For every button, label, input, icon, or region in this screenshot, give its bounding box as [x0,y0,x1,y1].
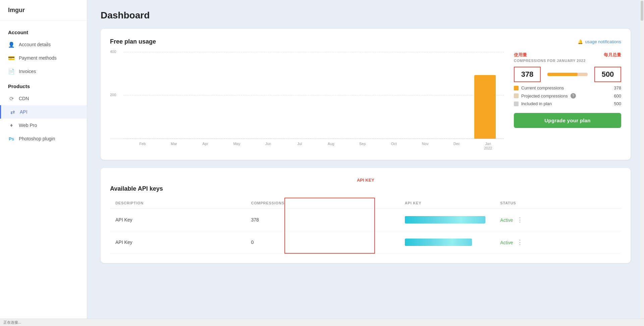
row1-status-cell: Active ⋮ [495,209,621,231]
scrollbar-thumb [641,1,643,21]
row2-compressions: 0 [246,231,399,254]
notifications-label: usage notifications [585,39,621,44]
webpro-icon: ♦ [8,122,15,129]
legend-current: Current compressions 378 [514,85,621,90]
label-jun: Jun [253,142,284,150]
col-status: STATUS [495,198,621,209]
status-bar: 正在连接... [0,319,644,326]
legend-dot-orange [514,86,519,90]
legend-projected-value: 600 [614,93,621,99]
row1-compressions: 378 [246,209,399,231]
legend-included: Included in plan 500 [514,101,621,106]
legend-dot-gray [514,102,519,106]
row1-api-key-blur [405,216,485,223]
label-nov: Nov [410,142,441,150]
api-table-wrapper: DESCRIPTION COMPRESSIONS API KEY STATUS … [110,198,621,254]
scrollbar[interactable] [640,0,644,326]
label-feb: Feb [127,142,158,150]
compressions-title: COMPRESSIONS FOR JANUARY 2022 [514,59,621,63]
row2-status: Active [500,240,513,245]
col-api-key: API KEY [399,198,495,209]
table-row: API Key 0 Active ⋮ [110,231,621,254]
cdn-label: CDN [19,96,29,101]
label-jul: Jul [284,142,315,150]
bell-icon: 🔔 [578,39,583,44]
label-mar: Mar [158,142,190,150]
api-table: DESCRIPTION COMPRESSIONS API KEY STATUS … [110,198,621,254]
col-description: DESCRIPTION [110,198,246,209]
sidebar-item-photoshop[interactable]: Ps Photoshop plugin [0,132,87,145]
row2-more-button[interactable]: ⋮ [514,237,526,247]
api-keys-card: API KEY Available API keys DESCRIPTION C… [101,168,631,263]
bars-area [127,52,504,139]
products-section-title: Products [0,78,87,92]
grid-label-400: 400 [110,50,116,54]
row1-status: Active [500,217,513,223]
label-oct: Oct [378,142,410,150]
stats-panel: 使用量 每月总量 COMPRESSIONS FOR JANUARY 2022 3… [514,52,621,128]
main-content: Dashboard Free plan usage 🔔 usage notifi… [87,0,644,326]
legend-included-label: Included in plan [521,101,552,106]
cdn-icon: ⟳ [8,95,15,102]
usage-card: Free plan usage 🔔 usage notifications 40… [101,29,631,160]
legend-projected-left: Projected compressions ? [514,93,576,99]
col-compressions: COMPRESSIONS [246,198,399,209]
sidebar-item-invoices[interactable]: 📄 Invoices [0,65,87,78]
row1-api-key-cell [399,209,495,231]
label-dec: Dec [441,142,473,150]
sidebar-item-account-details[interactable]: 👤 Account details [0,38,87,51]
help-icon[interactable]: ? [571,93,576,99]
row2-api-key-cell [399,231,495,254]
sidebar-logo: Imgur [0,7,87,21]
sidebar-item-api[interactable]: ⇄ API [0,105,87,119]
card-header: Free plan usage 🔔 usage notifications [110,38,621,45]
label-apr: Apr [190,142,221,150]
cn-label-current: 使用量 [514,52,527,58]
row2-status-cell: Active ⋮ [495,231,621,254]
payment-label: Payment methods [19,55,57,61]
legend-projected: Projected compressions ? 600 [514,93,621,99]
page-title: Dashboard [101,10,631,21]
plan-content: 400 200 [110,52,621,150]
chart-labels: Feb Mar Apr May Jun Jul Aug Sep Oct Nov … [110,142,504,150]
chart-container: 400 200 [110,52,504,139]
legend-dot-light [514,93,519,98]
api-keys-section-title: Available API keys [110,185,621,192]
total-value-box: 500 [594,67,621,82]
api-icon: ⇄ [9,109,16,115]
api-key-annotation-label: API KEY [357,178,374,183]
sidebar-item-webpro[interactable]: ♦ Web Pro [0,119,87,132]
legend-current-left: Current compressions [514,85,564,90]
invoices-icon: 📄 [8,68,15,75]
numbers-row: 378 500 [514,67,621,82]
row1-description: API Key [110,209,246,231]
label-sep: Sep [347,142,378,150]
account-section-title: Account [0,24,87,38]
invoices-label: Invoices [19,69,36,74]
label-may: May [221,142,253,150]
row1-more-button[interactable]: ⋮ [514,215,526,225]
legend-included-left: Included in plan [514,101,552,106]
sidebar-item-payment[interactable]: 💳 Payment methods [0,51,87,65]
label-aug: Aug [315,142,347,150]
grid-label-200: 200 [110,93,116,97]
account-details-label: Account details [19,42,51,47]
label-jan: Jan2022 [472,142,504,150]
api-label: API [20,109,28,115]
row2-description: API Key [110,231,246,254]
sidebar-item-cdn[interactable]: ⟳ CDN [0,92,87,105]
legend-list: Current compressions 378 Projected compr… [514,85,621,106]
upgrade-button[interactable]: Upgrade your plan [514,113,621,128]
legend-included-value: 500 [614,101,621,106]
legend-current-value: 378 [614,85,621,90]
user-icon: 👤 [8,41,15,48]
photoshop-label: Photoshop plugin [19,136,55,141]
photoshop-icon: Ps [8,135,15,142]
sidebar: Imgur Account 👤 Account details 💳 Paymen… [0,0,87,326]
chart-area: 400 200 [110,52,504,150]
webpro-label: Web Pro [19,123,37,128]
table-row: API Key 378 Active ⋮ [110,209,621,231]
current-value-box: 378 [514,67,541,82]
notifications-link[interactable]: 🔔 usage notifications [578,39,621,44]
usage-card-title: Free plan usage [110,38,156,45]
